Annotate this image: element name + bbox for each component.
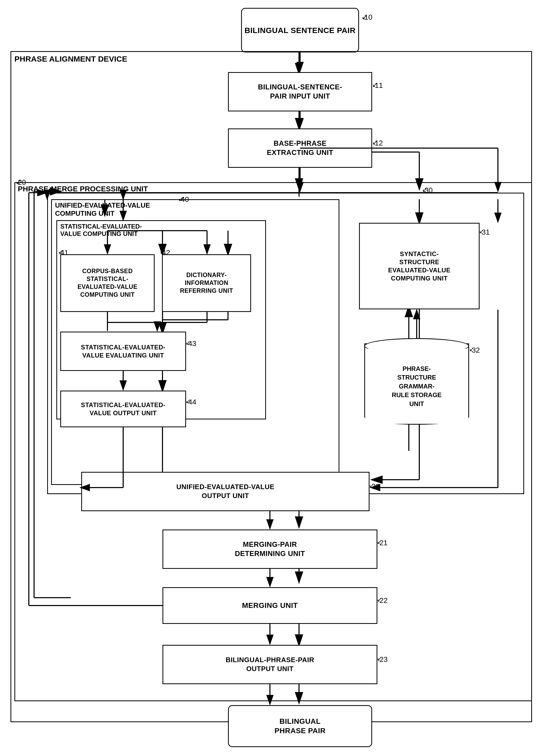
merging-pair-box: MERGING-PAIRDETERMINING UNIT (162, 530, 377, 569)
dictionary-info-box: DICTIONARY-INFORMATIONREFERRING UNIT (162, 254, 251, 312)
phrase-structure-cylinder: PHRASE-STRUCTUREGRAMMAR-RULE STORAGEUNIT (364, 343, 469, 425)
stat-eval-computing-label: STATISTICAL-EVALUATED-VALUE COMPUTING UN… (60, 223, 142, 237)
stat-eval-evaluating-box: STATISTICAL-EVALUATED-VALUE EVALUATING U… (60, 332, 186, 371)
bilingual-sentence-pair-box: BILINGUAL SENTENCE PAIR (241, 8, 359, 52)
stat-eval-output-box: STATISTICAL-EVALUATED-VALUE OUTPUT UNIT (60, 391, 186, 427)
corpus-based-box: CORPUS-BASEDSTATISTICAL-EVALUATED-VALUEC… (60, 254, 155, 312)
unified-output-box: UNIFIED-EVALUATED-VALUEOUTPUT UNIT (81, 472, 370, 511)
bilingual-phrase-output-box: BILINGUAL-PHRASE-PAIROUTPUT UNIT (162, 645, 377, 684)
merging-unit-box: MERGING UNIT (162, 587, 377, 624)
unified-eval-label: UNIFIED-EVALUATED-VALUECOMPUTING UNIT (55, 201, 150, 218)
syntactic-eval-box: SYNTACTIC-STRUCTUREEVALUATED-VALUECOMPUT… (359, 223, 480, 309)
diagram: BILINGUAL SENTENCE PAIR 10 ↙ BILINGUAL-S… (0, 0, 543, 756)
bilingual-phrase-pair-box: BILINGUALPHRASE PAIR (228, 705, 372, 747)
